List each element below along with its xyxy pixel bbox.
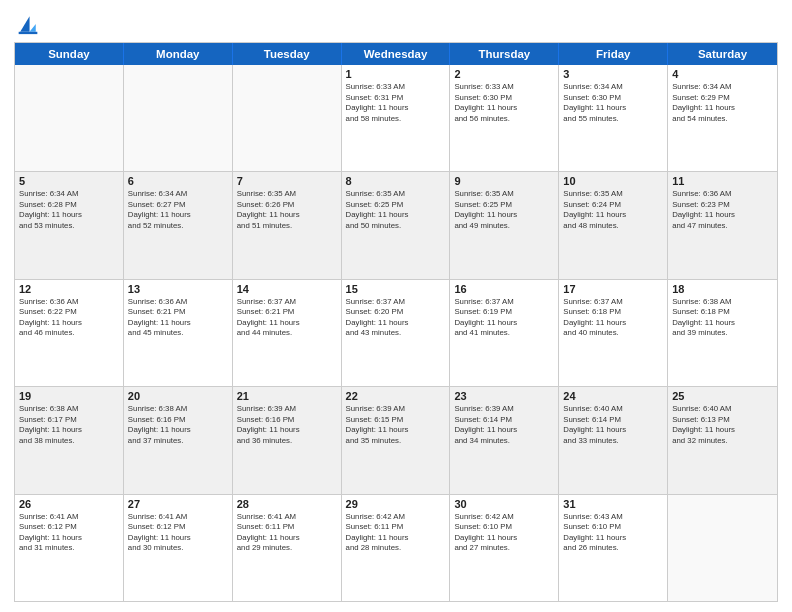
calendar-cell-day-21: 21Sunrise: 6:39 AM Sunset: 6:16 PM Dayli… (233, 387, 342, 493)
day-info: Sunrise: 6:34 AM Sunset: 6:29 PM Dayligh… (672, 82, 773, 124)
calendar-cell-empty (124, 65, 233, 171)
day-info: Sunrise: 6:36 AM Sunset: 6:22 PM Dayligh… (19, 297, 119, 339)
calendar-cell-day-27: 27Sunrise: 6:41 AM Sunset: 6:12 PM Dayli… (124, 495, 233, 601)
logo-icon (14, 10, 42, 38)
day-info: Sunrise: 6:39 AM Sunset: 6:16 PM Dayligh… (237, 404, 337, 446)
svg-rect-3 (19, 32, 38, 34)
day-number: 16 (454, 283, 554, 295)
page: SundayMondayTuesdayWednesdayThursdayFrid… (0, 0, 792, 612)
day-info: Sunrise: 6:37 AM Sunset: 6:19 PM Dayligh… (454, 297, 554, 339)
calendar: SundayMondayTuesdayWednesdayThursdayFrid… (14, 42, 778, 602)
day-number: 12 (19, 283, 119, 295)
weekday-header-saturday: Saturday (668, 43, 777, 65)
calendar-cell-day-19: 19Sunrise: 6:38 AM Sunset: 6:17 PM Dayli… (15, 387, 124, 493)
day-number: 5 (19, 175, 119, 187)
day-info: Sunrise: 6:35 AM Sunset: 6:26 PM Dayligh… (237, 189, 337, 231)
day-number: 23 (454, 390, 554, 402)
weekday-header-friday: Friday (559, 43, 668, 65)
day-info: Sunrise: 6:35 AM Sunset: 6:25 PM Dayligh… (346, 189, 446, 231)
weekday-header-wednesday: Wednesday (342, 43, 451, 65)
day-info: Sunrise: 6:34 AM Sunset: 6:30 PM Dayligh… (563, 82, 663, 124)
calendar-cell-day-9: 9Sunrise: 6:35 AM Sunset: 6:25 PM Daylig… (450, 172, 559, 278)
day-info: Sunrise: 6:40 AM Sunset: 6:14 PM Dayligh… (563, 404, 663, 446)
day-number: 22 (346, 390, 446, 402)
day-info: Sunrise: 6:41 AM Sunset: 6:11 PM Dayligh… (237, 512, 337, 554)
day-number: 17 (563, 283, 663, 295)
day-number: 24 (563, 390, 663, 402)
calendar-cell-day-14: 14Sunrise: 6:37 AM Sunset: 6:21 PM Dayli… (233, 280, 342, 386)
calendar-cell-day-26: 26Sunrise: 6:41 AM Sunset: 6:12 PM Dayli… (15, 495, 124, 601)
day-number: 21 (237, 390, 337, 402)
calendar-cell-day-15: 15Sunrise: 6:37 AM Sunset: 6:20 PM Dayli… (342, 280, 451, 386)
day-info: Sunrise: 6:36 AM Sunset: 6:23 PM Dayligh… (672, 189, 773, 231)
day-number: 20 (128, 390, 228, 402)
calendar-cell-day-18: 18Sunrise: 6:38 AM Sunset: 6:18 PM Dayli… (668, 280, 777, 386)
calendar-cell-day-8: 8Sunrise: 6:35 AM Sunset: 6:25 PM Daylig… (342, 172, 451, 278)
day-info: Sunrise: 6:40 AM Sunset: 6:13 PM Dayligh… (672, 404, 773, 446)
calendar-row-3: 19Sunrise: 6:38 AM Sunset: 6:17 PM Dayli… (15, 387, 777, 494)
day-number: 14 (237, 283, 337, 295)
day-number: 28 (237, 498, 337, 510)
day-info: Sunrise: 6:37 AM Sunset: 6:21 PM Dayligh… (237, 297, 337, 339)
logo (14, 10, 46, 38)
day-number: 15 (346, 283, 446, 295)
weekday-header-monday: Monday (124, 43, 233, 65)
day-info: Sunrise: 6:39 AM Sunset: 6:14 PM Dayligh… (454, 404, 554, 446)
day-number: 26 (19, 498, 119, 510)
calendar-cell-day-30: 30Sunrise: 6:42 AM Sunset: 6:10 PM Dayli… (450, 495, 559, 601)
calendar-cell-day-31: 31Sunrise: 6:43 AM Sunset: 6:10 PM Dayli… (559, 495, 668, 601)
calendar-cell-day-3: 3Sunrise: 6:34 AM Sunset: 6:30 PM Daylig… (559, 65, 668, 171)
calendar-cell-day-5: 5Sunrise: 6:34 AM Sunset: 6:28 PM Daylig… (15, 172, 124, 278)
day-info: Sunrise: 6:42 AM Sunset: 6:11 PM Dayligh… (346, 512, 446, 554)
calendar-cell-day-12: 12Sunrise: 6:36 AM Sunset: 6:22 PM Dayli… (15, 280, 124, 386)
calendar-cell-day-17: 17Sunrise: 6:37 AM Sunset: 6:18 PM Dayli… (559, 280, 668, 386)
day-number: 9 (454, 175, 554, 187)
weekday-header-sunday: Sunday (15, 43, 124, 65)
calendar-cell-day-13: 13Sunrise: 6:36 AM Sunset: 6:21 PM Dayli… (124, 280, 233, 386)
day-info: Sunrise: 6:41 AM Sunset: 6:12 PM Dayligh… (19, 512, 119, 554)
calendar-cell-day-24: 24Sunrise: 6:40 AM Sunset: 6:14 PM Dayli… (559, 387, 668, 493)
day-info: Sunrise: 6:42 AM Sunset: 6:10 PM Dayligh… (454, 512, 554, 554)
day-info: Sunrise: 6:35 AM Sunset: 6:25 PM Dayligh… (454, 189, 554, 231)
calendar-cell-empty (15, 65, 124, 171)
calendar-cell-day-6: 6Sunrise: 6:34 AM Sunset: 6:27 PM Daylig… (124, 172, 233, 278)
day-number: 25 (672, 390, 773, 402)
calendar-cell-empty (668, 495, 777, 601)
day-info: Sunrise: 6:37 AM Sunset: 6:20 PM Dayligh… (346, 297, 446, 339)
day-number: 3 (563, 68, 663, 80)
day-number: 10 (563, 175, 663, 187)
calendar-cell-day-11: 11Sunrise: 6:36 AM Sunset: 6:23 PM Dayli… (668, 172, 777, 278)
calendar-cell-day-22: 22Sunrise: 6:39 AM Sunset: 6:15 PM Dayli… (342, 387, 451, 493)
day-info: Sunrise: 6:43 AM Sunset: 6:10 PM Dayligh… (563, 512, 663, 554)
calendar-cell-day-20: 20Sunrise: 6:38 AM Sunset: 6:16 PM Dayli… (124, 387, 233, 493)
weekday-header-thursday: Thursday (450, 43, 559, 65)
day-number: 30 (454, 498, 554, 510)
day-number: 11 (672, 175, 773, 187)
day-info: Sunrise: 6:38 AM Sunset: 6:18 PM Dayligh… (672, 297, 773, 339)
calendar-cell-day-23: 23Sunrise: 6:39 AM Sunset: 6:14 PM Dayli… (450, 387, 559, 493)
day-info: Sunrise: 6:36 AM Sunset: 6:21 PM Dayligh… (128, 297, 228, 339)
calendar-row-4: 26Sunrise: 6:41 AM Sunset: 6:12 PM Dayli… (15, 495, 777, 601)
day-info: Sunrise: 6:35 AM Sunset: 6:24 PM Dayligh… (563, 189, 663, 231)
calendar-cell-day-28: 28Sunrise: 6:41 AM Sunset: 6:11 PM Dayli… (233, 495, 342, 601)
calendar-body: 1Sunrise: 6:33 AM Sunset: 6:31 PM Daylig… (15, 65, 777, 601)
calendar-cell-day-29: 29Sunrise: 6:42 AM Sunset: 6:11 PM Dayli… (342, 495, 451, 601)
calendar-cell-day-10: 10Sunrise: 6:35 AM Sunset: 6:24 PM Dayli… (559, 172, 668, 278)
day-info: Sunrise: 6:34 AM Sunset: 6:27 PM Dayligh… (128, 189, 228, 231)
day-number: 31 (563, 498, 663, 510)
day-info: Sunrise: 6:34 AM Sunset: 6:28 PM Dayligh… (19, 189, 119, 231)
day-number: 18 (672, 283, 773, 295)
calendar-row-1: 5Sunrise: 6:34 AM Sunset: 6:28 PM Daylig… (15, 172, 777, 279)
day-number: 29 (346, 498, 446, 510)
calendar-row-0: 1Sunrise: 6:33 AM Sunset: 6:31 PM Daylig… (15, 65, 777, 172)
calendar-cell-day-7: 7Sunrise: 6:35 AM Sunset: 6:26 PM Daylig… (233, 172, 342, 278)
day-info: Sunrise: 6:39 AM Sunset: 6:15 PM Dayligh… (346, 404, 446, 446)
day-number: 13 (128, 283, 228, 295)
day-number: 6 (128, 175, 228, 187)
day-number: 7 (237, 175, 337, 187)
day-info: Sunrise: 6:38 AM Sunset: 6:16 PM Dayligh… (128, 404, 228, 446)
header (14, 10, 778, 38)
day-number: 27 (128, 498, 228, 510)
day-info: Sunrise: 6:38 AM Sunset: 6:17 PM Dayligh… (19, 404, 119, 446)
day-info: Sunrise: 6:41 AM Sunset: 6:12 PM Dayligh… (128, 512, 228, 554)
